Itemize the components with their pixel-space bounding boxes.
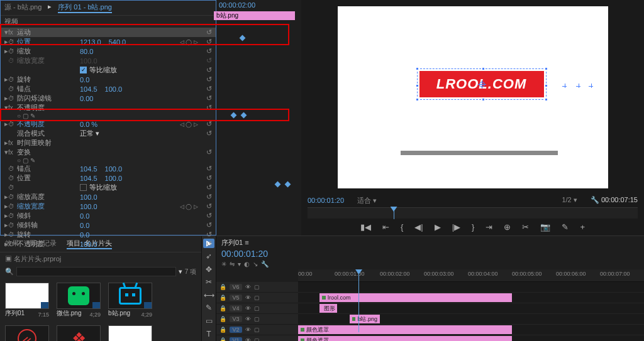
stopwatch-icon[interactable]: ⏱ [8, 184, 17, 191]
track-header[interactable]: 🔒V1👁▢ [216, 335, 298, 341]
track-output-icon[interactable]: ▢ [254, 295, 260, 301]
track-name[interactable]: V6 [230, 284, 242, 290]
stopwatch-icon[interactable]: ⏱ [8, 222, 17, 229]
reset-icon[interactable]: ↺ [206, 221, 212, 229]
tool-button-3[interactable]: ✂ [203, 278, 214, 287]
effect-timeline-area[interactable] [216, 0, 301, 235]
resize-handle[interactable] [545, 98, 548, 101]
blend-mode-row[interactable]: 混合模式 正常 ▾ ↺ [1, 129, 216, 138]
transport-button-1[interactable]: ⇤ [382, 222, 389, 232]
lock-icon[interactable]: 🔒 [219, 284, 226, 290]
t-scale-w-row[interactable]: ▸ ⏱ 缩放宽度 100.0 ◁ ◯ ▷ ↺ [1, 202, 216, 211]
timeline-option-5[interactable]: 🔧 [261, 261, 269, 268]
search-dropdown-icon[interactable]: ▾ [179, 268, 182, 276]
transport-button-5[interactable]: |▶ [452, 222, 460, 232]
project-item[interactable]: ❖ [57, 325, 101, 341]
tool-button-2[interactable]: ✥ [203, 264, 214, 274]
track-lane[interactable]: b站.png [298, 314, 644, 325]
lock-icon[interactable]: 🔒 [219, 337, 226, 341]
opacity-value-row[interactable]: ▸ ⏱ 不透明度 0.0 % ◁ ◯ ▷ ↺ [1, 119, 216, 129]
position-y-value[interactable]: 540.0 [109, 38, 126, 46]
track-output-icon[interactable]: ▢ [254, 327, 260, 333]
track-lane[interactable]: 颜色遮罩 [298, 325, 644, 335]
project-item[interactable] [108, 325, 152, 341]
reset-icon[interactable]: ↺ [206, 85, 212, 93]
eye-icon[interactable]: 👁 [245, 284, 251, 290]
keyframe-nav[interactable]: ◁ ◯ ▷ [180, 121, 198, 127]
track-output-icon[interactable]: ▢ [254, 284, 260, 290]
track-output-icon[interactable]: ▢ [254, 316, 260, 322]
t-anchor-x[interactable]: 104.5 [80, 165, 97, 173]
project-thumbnail[interactable] [108, 283, 152, 309]
reset-icon[interactable]: ↺ [206, 230, 212, 239]
t-skew-axis-value[interactable]: 0.0 [80, 222, 89, 229]
time-remap-row[interactable]: ▸ fx 时间重映射 [1, 138, 216, 148]
timeline-clip[interactable]: 颜色遮罩 [298, 336, 512, 341]
t-anchor-y[interactable]: 100.0 [105, 165, 123, 173]
tool-button-6[interactable]: ▭ [203, 317, 214, 326]
timeline-ruler[interactable]: 00:0000:00:01:0000:00:02:0000:00:03:0000… [298, 269, 644, 282]
track-header[interactable]: 🔒V5👁▢ [216, 293, 298, 303]
opacity-value[interactable]: 0.0 % [80, 121, 97, 128]
project-thumbnail[interactable]: ᨀ [5, 325, 49, 341]
project-item[interactable]: 微信.png4;29 [57, 283, 101, 318]
t-skew-row[interactable]: ▸ ⏱ 倾斜 0.0 ↺ [1, 211, 216, 220]
blend-value[interactable]: 正常 ▾ [80, 129, 99, 138]
rotation-row[interactable]: ▸ ⏱ 旋转 0.0 ↺ [1, 75, 216, 84]
track-header[interactable]: 🔒V2👁▢ [216, 325, 298, 335]
resize-handle[interactable] [416, 98, 419, 101]
scale-row[interactable]: ▸ ⏱ 缩放 80.0 ↺ [1, 46, 216, 56]
transport-button-3[interactable]: ◀| [414, 222, 423, 232]
transform-masks-row[interactable]: ○ ▢ ✎ [1, 157, 216, 164]
program-timecode[interactable]: 00:00:01:20 [308, 197, 344, 204]
timeline-clip[interactable]: 图形 [319, 304, 337, 313]
timeline-playhead[interactable] [358, 269, 359, 332]
stopwatch-icon[interactable]: ⏱ [8, 48, 17, 55]
scale-width-row[interactable]: ⏱ 缩放宽度 100.0 ↺ [1, 56, 216, 65]
project-item[interactable]: 序列017:15 [5, 283, 49, 318]
timeline-clip[interactable]: lrool.com [319, 293, 512, 302]
stopwatch-icon[interactable]: ⏱ [8, 203, 17, 210]
program-canvas[interactable]: LROOL.COM [338, 6, 608, 188]
project-thumbnail[interactable]: ❖ [57, 325, 101, 341]
position-row[interactable]: ▸ ⏱ 位置 1213.0 540.0 ◁ ◯ ▷ ↺ [1, 37, 216, 46]
timeline-option-1[interactable]: ⇋ [230, 261, 235, 268]
t-skew-value[interactable]: 0.0 [80, 212, 89, 220]
track-name[interactable]: V1 [230, 337, 242, 341]
t-skew-axis-row[interactable]: ▸ ⏱ 倾斜轴 0.0 ↺ [1, 220, 216, 230]
transport-button-10[interactable]: 📷 [540, 222, 550, 232]
transport-button-9[interactable]: ✂ [522, 222, 529, 232]
keyframe-diamond-icon[interactable] [241, 112, 247, 119]
transport-button-11[interactable]: ✎ [562, 222, 569, 232]
project-thumbnail[interactable] [57, 283, 101, 309]
project-search-input[interactable] [16, 267, 176, 276]
transform-effect-row[interactable]: ▾ fx 变换 ↺ [1, 148, 216, 157]
reset-icon[interactable]: ↺ [206, 183, 212, 192]
keyframe-diamond-icon[interactable] [285, 181, 291, 188]
track-output-icon[interactable]: ▢ [254, 305, 260, 311]
timeline-clip[interactable]: b站.png [350, 315, 380, 323]
reset-icon[interactable]: ↺ [206, 66, 212, 74]
resize-handle[interactable] [416, 84, 419, 87]
reset-icon[interactable]: ↺ [206, 212, 212, 220]
reset-icon[interactable]: ↺ [206, 57, 212, 65]
reset-icon[interactable]: ↺ [206, 240, 212, 248]
flicker-value[interactable]: 0.00 [80, 95, 93, 102]
reset-icon[interactable]: ↺ [206, 120, 212, 128]
track-lane[interactable]: lrool.com [298, 293, 644, 303]
track-name[interactable]: V3 [230, 316, 242, 322]
fit-dropdown[interactable]: 适合 ▾ [357, 197, 377, 204]
t-scale-h-row[interactable]: ▸ ⏱ 缩放高度 100.0 ↺ [1, 192, 216, 202]
lock-icon[interactable]: 🔒 [219, 316, 226, 322]
timeline-option-2[interactable]: ▾ [238, 261, 241, 268]
mask-icons[interactable]: ○ ▢ ✎ [17, 157, 35, 164]
transport-button-8[interactable]: ⊕ [504, 222, 511, 232]
track-header[interactable]: 🔒V6👁▢ [216, 282, 298, 293]
track-lane[interactable]: 图形 [298, 303, 644, 314]
tool-button-1[interactable]: ➶ [203, 252, 214, 261]
stopwatch-icon[interactable]: ⏱ [8, 193, 17, 200]
t-position-y[interactable]: 100.0 [105, 175, 123, 182]
t-uniform-row[interactable]: ⏱ 等比缩放 ↺ [1, 183, 216, 192]
transport-button-0[interactable]: ▮◀ [360, 222, 371, 232]
keyframe-nav[interactable]: ◁ ◯ ▷ [180, 203, 198, 210]
